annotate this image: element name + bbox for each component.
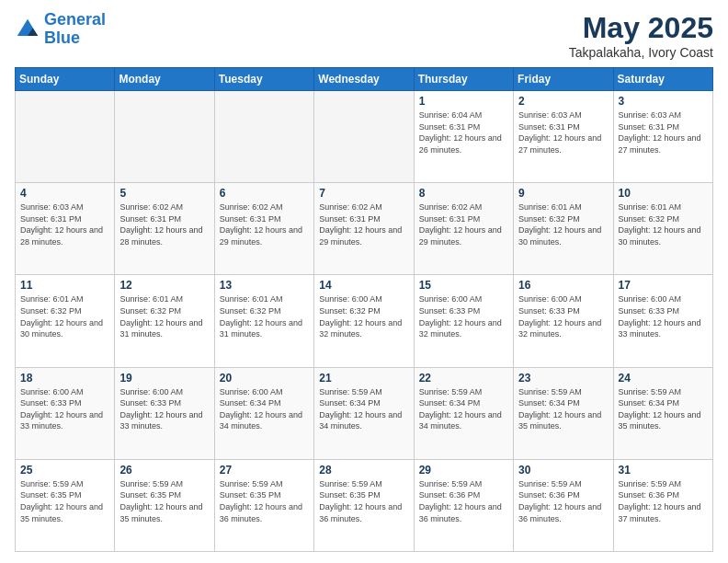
calendar-cell: 26Sunrise: 5:59 AMSunset: 6:35 PMDayligh… [115, 459, 214, 551]
calendar-cell [115, 91, 214, 183]
day-info: Sunrise: 6:02 AMSunset: 6:31 PMDaylight:… [319, 201, 408, 247]
day-info: Sunrise: 5:59 AMSunset: 6:34 PMDaylight:… [419, 386, 508, 432]
calendar-cell: 16Sunrise: 6:00 AMSunset: 6:33 PMDayligh… [514, 275, 613, 367]
calendar-cell: 4Sunrise: 6:03 AMSunset: 6:31 PMDaylight… [16, 183, 115, 275]
day-number: 6 [220, 187, 309, 200]
calendar-cell: 22Sunrise: 5:59 AMSunset: 6:34 PMDayligh… [414, 367, 513, 459]
day-number: 28 [319, 464, 408, 477]
calendar-cell: 20Sunrise: 6:00 AMSunset: 6:34 PMDayligh… [214, 367, 313, 459]
day-info: Sunrise: 6:00 AMSunset: 6:33 PMDaylight:… [518, 293, 608, 339]
day-number: 12 [119, 279, 209, 292]
day-header-tuesday: Tuesday [214, 68, 313, 91]
header: General Blue May 2025 Takpalakaha, Ivory… [15, 11, 713, 60]
day-header-thursday: Thursday [414, 68, 513, 91]
day-info: Sunrise: 6:03 AMSunset: 6:31 PMDaylight:… [619, 109, 708, 155]
calendar-cell: 10Sunrise: 6:01 AMSunset: 6:32 PMDayligh… [613, 183, 712, 275]
day-number: 22 [419, 372, 508, 385]
calendar-cell: 24Sunrise: 5:59 AMSunset: 6:34 PMDayligh… [613, 367, 712, 459]
calendar-cell: 15Sunrise: 6:00 AMSunset: 6:33 PMDayligh… [414, 275, 513, 367]
calendar-cell: 27Sunrise: 5:59 AMSunset: 6:35 PMDayligh… [214, 459, 313, 551]
logo: General Blue [15, 11, 106, 48]
calendar-cell: 13Sunrise: 6:01 AMSunset: 6:32 PMDayligh… [214, 275, 313, 367]
day-number: 20 [220, 372, 309, 385]
day-info: Sunrise: 5:59 AMSunset: 6:35 PMDaylight:… [319, 478, 408, 524]
day-number: 27 [220, 464, 309, 477]
day-number: 30 [518, 464, 608, 477]
day-info: Sunrise: 6:01 AMSunset: 6:32 PMDaylight:… [518, 201, 608, 247]
day-info: Sunrise: 6:03 AMSunset: 6:31 PMDaylight:… [20, 201, 109, 247]
calendar-cell: 12Sunrise: 6:01 AMSunset: 6:32 PMDayligh… [115, 275, 214, 367]
day-info: Sunrise: 6:01 AMSunset: 6:32 PMDaylight:… [619, 201, 708, 247]
day-info: Sunrise: 6:02 AMSunset: 6:31 PMDaylight:… [419, 201, 508, 247]
day-number: 14 [319, 279, 408, 292]
day-number: 9 [518, 187, 608, 200]
calendar-cell: 17Sunrise: 6:00 AMSunset: 6:33 PMDayligh… [613, 275, 712, 367]
day-info: Sunrise: 6:00 AMSunset: 6:33 PMDaylight:… [119, 386, 209, 432]
day-number: 21 [319, 372, 408, 385]
calendar-week-4: 18Sunrise: 6:00 AMSunset: 6:33 PMDayligh… [16, 367, 713, 459]
logo-icon [15, 17, 40, 42]
day-number: 8 [419, 187, 508, 200]
day-info: Sunrise: 5:59 AMSunset: 6:36 PMDaylight:… [619, 478, 708, 524]
day-number: 18 [20, 372, 109, 385]
calendar-week-3: 11Sunrise: 6:01 AMSunset: 6:32 PMDayligh… [16, 275, 713, 367]
title-block: May 2025 Takpalakaha, Ivory Coast [569, 11, 713, 60]
day-number: 29 [419, 464, 508, 477]
day-info: Sunrise: 6:01 AMSunset: 6:32 PMDaylight:… [20, 293, 109, 339]
calendar-cell: 30Sunrise: 5:59 AMSunset: 6:36 PMDayligh… [514, 459, 613, 551]
day-info: Sunrise: 6:01 AMSunset: 6:32 PMDaylight:… [220, 293, 309, 339]
day-info: Sunrise: 6:02 AMSunset: 6:31 PMDaylight:… [119, 201, 209, 247]
day-info: Sunrise: 6:00 AMSunset: 6:33 PMDaylight:… [619, 293, 708, 339]
day-number: 11 [20, 279, 109, 292]
day-info: Sunrise: 5:59 AMSunset: 6:34 PMDaylight:… [619, 386, 708, 432]
calendar-cell: 14Sunrise: 6:00 AMSunset: 6:32 PMDayligh… [314, 275, 414, 367]
day-info: Sunrise: 6:00 AMSunset: 6:34 PMDaylight:… [220, 386, 309, 432]
day-number: 10 [619, 187, 708, 200]
calendar-cell: 21Sunrise: 5:59 AMSunset: 6:34 PMDayligh… [314, 367, 414, 459]
day-number: 17 [619, 279, 708, 292]
calendar-cell: 5Sunrise: 6:02 AMSunset: 6:31 PMDaylight… [115, 183, 214, 275]
day-number: 13 [220, 279, 309, 292]
day-number: 3 [619, 95, 708, 108]
day-header-wednesday: Wednesday [314, 68, 414, 91]
calendar-cell: 7Sunrise: 6:02 AMSunset: 6:31 PMDaylight… [314, 183, 414, 275]
day-info: Sunrise: 5:59 AMSunset: 6:34 PMDaylight:… [319, 386, 408, 432]
day-number: 26 [119, 464, 209, 477]
calendar-week-5: 25Sunrise: 5:59 AMSunset: 6:35 PMDayligh… [16, 459, 713, 551]
calendar-cell: 9Sunrise: 6:01 AMSunset: 6:32 PMDaylight… [514, 183, 613, 275]
calendar-cell [314, 91, 414, 183]
logo-text: General Blue [44, 11, 106, 48]
day-header-sunday: Sunday [16, 68, 115, 91]
day-info: Sunrise: 6:00 AMSunset: 6:32 PMDaylight:… [319, 293, 408, 339]
day-info: Sunrise: 5:59 AMSunset: 6:34 PMDaylight:… [518, 386, 608, 432]
day-number: 1 [419, 95, 508, 108]
calendar-cell: 31Sunrise: 5:59 AMSunset: 6:36 PMDayligh… [613, 459, 712, 551]
day-info: Sunrise: 5:59 AMSunset: 6:35 PMDaylight:… [20, 478, 109, 524]
main-title: May 2025 [569, 11, 713, 45]
calendar-cell: 19Sunrise: 6:00 AMSunset: 6:33 PMDayligh… [115, 367, 214, 459]
day-info: Sunrise: 5:59 AMSunset: 6:35 PMDaylight:… [119, 478, 209, 524]
calendar-week-2: 4Sunrise: 6:03 AMSunset: 6:31 PMDaylight… [16, 183, 713, 275]
calendar-header-row: SundayMondayTuesdayWednesdayThursdayFrid… [16, 68, 713, 91]
day-number: 2 [518, 95, 608, 108]
calendar-cell [16, 91, 115, 183]
day-info: Sunrise: 6:03 AMSunset: 6:31 PMDaylight:… [518, 109, 608, 155]
day-number: 24 [619, 372, 708, 385]
calendar-cell [214, 91, 313, 183]
day-number: 16 [518, 279, 608, 292]
day-info: Sunrise: 6:04 AMSunset: 6:31 PMDaylight:… [419, 109, 508, 155]
day-info: Sunrise: 6:00 AMSunset: 6:33 PMDaylight:… [419, 293, 508, 339]
day-header-monday: Monday [115, 68, 214, 91]
logo-line1: General [44, 10, 106, 29]
day-number: 7 [319, 187, 408, 200]
calendar-cell: 1Sunrise: 6:04 AMSunset: 6:31 PMDaylight… [414, 91, 513, 183]
day-header-saturday: Saturday [613, 68, 712, 91]
calendar-week-1: 1Sunrise: 6:04 AMSunset: 6:31 PMDaylight… [16, 91, 713, 183]
day-info: Sunrise: 6:00 AMSunset: 6:33 PMDaylight:… [20, 386, 109, 432]
day-info: Sunrise: 5:59 AMSunset: 6:36 PMDaylight:… [419, 478, 508, 524]
day-number: 5 [119, 187, 209, 200]
calendar-cell: 28Sunrise: 5:59 AMSunset: 6:35 PMDayligh… [314, 459, 414, 551]
day-info: Sunrise: 6:01 AMSunset: 6:32 PMDaylight:… [119, 293, 209, 339]
calendar-cell: 2Sunrise: 6:03 AMSunset: 6:31 PMDaylight… [514, 91, 613, 183]
day-number: 31 [619, 464, 708, 477]
